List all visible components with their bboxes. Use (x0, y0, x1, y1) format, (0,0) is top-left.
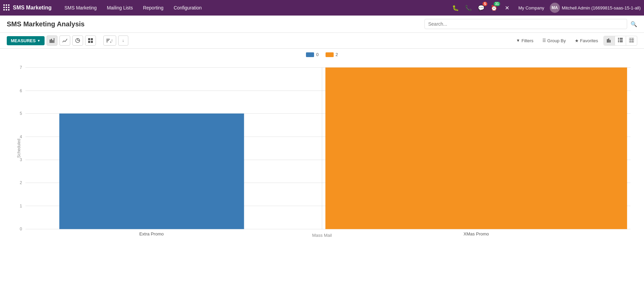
filters-label: Filters (521, 38, 533, 43)
nav-sms-marketing[interactable]: SMS Marketing (60, 3, 102, 12)
svg-text:5: 5 (20, 111, 22, 116)
measures-button[interactable]: MEASURES ▼ (7, 36, 45, 45)
svg-rect-21 (106, 40, 109, 41)
activity-icon[interactable]: ⏰ 31 (489, 3, 499, 12)
svg-rect-5 (8, 7, 9, 8)
svg-rect-11 (52, 40, 53, 43)
svg-rect-10 (51, 39, 52, 43)
legend-item-2: 2 (326, 52, 338, 57)
svg-rect-29 (620, 40, 623, 41)
pie-chart-button[interactable] (72, 35, 83, 46)
filter-icon: ▼ (516, 38, 520, 43)
chart-legend: 0 2 (7, 52, 637, 57)
measures-label: MEASURES (11, 38, 36, 43)
legend-label-0: 0 (316, 52, 318, 57)
line-chart-button[interactable] (59, 35, 70, 46)
svg-rect-4 (6, 7, 7, 8)
brand-name: SMS Marketing (13, 5, 52, 11)
svg-text:0: 0 (20, 227, 22, 231)
svg-rect-20 (106, 42, 108, 42)
svg-rect-27 (620, 38, 623, 39)
list-view-button[interactable] (615, 36, 626, 45)
svg-text:3: 3 (20, 157, 22, 162)
svg-text:1: 1 (20, 204, 22, 208)
svg-rect-12 (54, 38, 54, 43)
svg-rect-1 (6, 4, 7, 6)
legend-label-2: 2 (336, 52, 338, 57)
table-view-button[interactable] (626, 36, 637, 45)
measures-arrow: ▼ (37, 39, 41, 43)
toolbar: MEASURES ▼ ↑ ↓ ▼ Filt (0, 33, 644, 49)
graph-view-button[interactable] (604, 36, 615, 45)
topnav-icons: 🐛 📞 💬 5 ⏰ 31 ✕ My Company MA Mitchell Ad… (451, 3, 641, 13)
group-by-label: Group By (547, 38, 566, 43)
svg-rect-8 (8, 9, 9, 10)
svg-rect-2 (8, 4, 9, 6)
svg-text:XMas Promo: XMas Promo (464, 231, 489, 236)
topnav-menu: SMS Marketing Mailing Lists Reporting Co… (60, 3, 207, 12)
svg-rect-31 (620, 41, 623, 42)
topnav: SMS Marketing SMS Marketing Mailing List… (0, 0, 644, 16)
svg-rect-32 (629, 38, 634, 43)
svg-text:6: 6 (20, 88, 22, 93)
favorites-label: Favorites (580, 38, 598, 43)
grid-icon[interactable] (3, 4, 9, 11)
legend-color-0 (306, 52, 314, 57)
descending-sort-button[interactable]: ↓ (118, 35, 128, 46)
legend-item-0: 0 (306, 52, 318, 57)
user-name: Mitchell Admin (16699815-saas-15-1-all) (562, 5, 641, 10)
group-by-button[interactable]: ☰ Group By (539, 36, 569, 45)
y-axis-label: Scheduled (17, 139, 21, 158)
filters-button[interactable]: ▼ Filters (513, 36, 537, 45)
nav-configuration[interactable]: Configuration (169, 3, 206, 12)
star-icon: ★ (575, 38, 579, 43)
search-icon[interactable]: 🔍 (630, 21, 637, 27)
user-avatar: MA (550, 3, 560, 13)
bar-xmas-promo[interactable] (326, 68, 627, 229)
nav-reporting[interactable]: Reporting (138, 3, 168, 12)
group-by-icon: ☰ (542, 38, 546, 43)
svg-rect-24 (608, 39, 609, 43)
svg-rect-6 (3, 9, 5, 10)
ascending-sort-button[interactable]: ↑ (103, 35, 116, 46)
svg-rect-22 (106, 39, 110, 40)
bar-chart-button[interactable] (47, 35, 57, 46)
pivot-button[interactable] (85, 35, 96, 46)
chart-wrapper: Scheduled 0 1 2 3 4 5 6 (7, 60, 637, 236)
legend-color-2 (326, 52, 334, 57)
svg-rect-0 (3, 4, 5, 6)
nav-mailing-lists[interactable]: Mailing Lists (102, 3, 137, 12)
favorites-button[interactable]: ★ Favorites (571, 36, 601, 45)
debug-icon[interactable]: 🐛 (451, 3, 460, 12)
svg-text:7: 7 (20, 65, 22, 70)
svg-rect-25 (610, 40, 611, 43)
close-icon[interactable]: ✕ (502, 3, 512, 12)
svg-rect-18 (88, 41, 90, 43)
view-mode-group (603, 36, 637, 46)
svg-rect-19 (91, 41, 93, 43)
svg-rect-26 (618, 38, 619, 39)
svg-rect-28 (618, 40, 619, 41)
user-menu[interactable]: MA Mitchell Admin (16699815-saas-15-1-al… (550, 3, 641, 13)
svg-text:Extra Promo: Extra Promo (139, 231, 163, 236)
company-name[interactable]: My Company (518, 5, 544, 10)
search-input[interactable] (424, 19, 627, 29)
svg-rect-7 (6, 9, 7, 10)
chat-badge: 5 (483, 2, 487, 6)
activity-badge: 31 (494, 2, 500, 6)
svg-rect-17 (91, 38, 93, 40)
svg-rect-23 (607, 39, 608, 43)
svg-rect-16 (88, 38, 90, 40)
svg-rect-9 (50, 40, 51, 43)
svg-rect-30 (618, 41, 619, 42)
bar-extra-promo[interactable] (59, 113, 244, 229)
chart-svg: 0 1 2 3 4 5 6 7 (7, 60, 637, 236)
svg-rect-3 (3, 7, 5, 8)
phone-icon[interactable]: 📞 (464, 3, 473, 12)
svg-text:2: 2 (20, 180, 22, 185)
chat-icon[interactable]: 💬 5 (476, 3, 486, 12)
page-title: SMS Marketing Analysis (7, 20, 84, 28)
chart-container: 0 2 Scheduled 0 1 2 3 4 (0, 49, 644, 248)
